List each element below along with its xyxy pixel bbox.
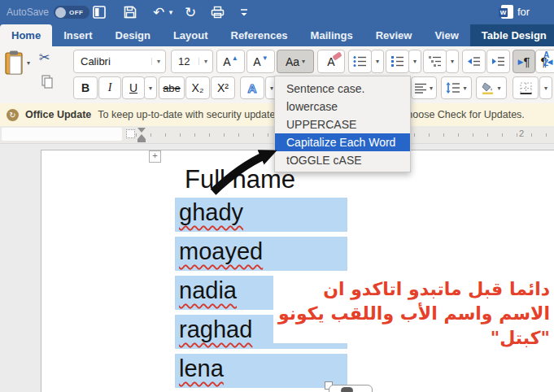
- font-size-select[interactable]: 12 ▾: [171, 50, 213, 73]
- tab-table-design[interactable]: Table Design: [470, 24, 554, 46]
- table-move-handle[interactable]: +: [149, 150, 161, 163]
- autosave-toggle[interactable]: OFF: [54, 6, 89, 19]
- font-name-select[interactable]: Calibri ▾: [73, 50, 166, 73]
- name-text[interactable]: nadia: [179, 277, 237, 304]
- borders-button[interactable]: [513, 76, 539, 99]
- borders-menu-icon[interactable]: ▾: [539, 76, 552, 99]
- line-spacing-button[interactable]: ▾: [441, 76, 472, 99]
- customize-toolbar-icon[interactable]: [234, 2, 254, 22]
- name-text[interactable]: ghady: [179, 199, 243, 226]
- strikethrough-button[interactable]: abe: [159, 76, 185, 99]
- name-text[interactable]: lena: [179, 355, 224, 382]
- italic-button[interactable]: I: [98, 76, 121, 99]
- font-size-value: 12: [172, 55, 198, 68]
- triangle-down-icon: ▼: [262, 54, 268, 62]
- numbered-list-button[interactable]: [386, 50, 409, 73]
- selected-name-row[interactable]: lena: [175, 354, 347, 388]
- tab-view[interactable]: View: [423, 24, 469, 46]
- chevron-down-icon: ▾: [302, 58, 305, 65]
- align-button[interactable]: ▾: [411, 76, 437, 99]
- title-bar: AutoSave OFF ↶ ▾ ↻ W for: [0, 0, 554, 24]
- superscript-button[interactable]: X²: [211, 76, 235, 99]
- font-name-value: Calibri: [74, 55, 151, 68]
- table-resize-grip-icon: [341, 387, 353, 392]
- undo-menu-icon[interactable]: ▾: [166, 2, 176, 22]
- tab-mailings[interactable]: Mailings: [299, 24, 364, 46]
- increase-indent-button[interactable]: [486, 50, 510, 73]
- bullet-list-menu-icon[interactable]: ▾: [371, 50, 384, 73]
- underline-menu-icon[interactable]: ▾: [144, 76, 157, 99]
- change-case-menu: Sentence case. lowercase UPPERCASE Capit…: [274, 76, 411, 172]
- menu-item-uppercase[interactable]: UPPERCASE: [275, 115, 410, 133]
- name-text[interactable]: raghad: [179, 316, 252, 343]
- grow-font-button[interactable]: A▲: [216, 50, 245, 73]
- redo-icon[interactable]: ↻: [181, 2, 200, 22]
- ribbon-tab-bar: Home Insert Design Layout References Mai…: [0, 24, 554, 46]
- numbered-list-menu-icon[interactable]: ▾: [408, 50, 421, 73]
- word-window: AutoSave OFF ↶ ▾ ↻ W for: [0, 0, 554, 392]
- save-icon[interactable]: [120, 2, 140, 22]
- menu-item-lowercase[interactable]: lowercase: [275, 98, 410, 115]
- ruler-margin-band: [2, 128, 122, 141]
- arabic-annotation: دائما قبل ماتبدو اتاكدو ان الاسم واسم ال…: [244, 277, 550, 351]
- triangle-up-icon: ▲: [232, 54, 238, 62]
- tab-layout[interactable]: Layout: [162, 24, 220, 46]
- bullet-list-button[interactable]: [348, 50, 372, 73]
- multilevel-list-menu-icon[interactable]: ▾: [446, 50, 459, 73]
- annotation-line: الاسم واسم الأب واللقب يكونو "كبتل": [244, 302, 550, 351]
- chevron-down-icon: ▾: [463, 85, 466, 92]
- tab-home[interactable]: Home: [0, 24, 52, 46]
- menu-item-capitalize-each-word[interactable]: Capitalize Each Word: [275, 133, 410, 151]
- tab-design[interactable]: Design: [104, 24, 162, 46]
- chevron-down-icon: ▾: [497, 85, 500, 92]
- selected-name-row[interactable]: moayed: [175, 237, 347, 271]
- tab-insert[interactable]: Insert: [52, 24, 103, 46]
- tab-review[interactable]: Review: [364, 24, 424, 46]
- chevron-down-icon: ▾: [198, 58, 212, 65]
- update-bar-title: Office Update: [25, 109, 91, 120]
- update-badge-icon: ↻: [7, 109, 19, 121]
- clear-formatting-button[interactable]: A: [317, 50, 345, 73]
- toggle-knob-icon: [55, 7, 66, 18]
- selected-name-row[interactable]: ghady: [175, 198, 347, 232]
- autosave-label: AutoSave: [7, 7, 49, 18]
- paste-menu-icon[interactable]: ▾: [27, 59, 30, 67]
- eraser-icon: [332, 51, 342, 60]
- paste-button[interactable]: [3, 50, 26, 77]
- decrease-indent-button[interactable]: [462, 50, 486, 73]
- annotation-line: دائما قبل ماتبدو اتاكدو ان: [244, 277, 550, 302]
- chevron-down-icon: ▾: [430, 85, 433, 92]
- play-right-icon: ▶: [518, 58, 524, 66]
- ruler-number: 2: [519, 128, 524, 138]
- multilevel-list-button[interactable]: [423, 50, 447, 73]
- new-document-icon[interactable]: [89, 2, 109, 22]
- underline-button[interactable]: U: [122, 76, 145, 99]
- word-app-icon: W: [501, 5, 513, 19]
- bold-button[interactable]: B: [73, 76, 98, 99]
- subscript-button[interactable]: X₂: [185, 76, 210, 99]
- document-title: W for: [501, 5, 530, 19]
- ltr-paragraph-button[interactable]: ▶¶: [513, 50, 535, 73]
- text-effects-button[interactable]: A: [240, 76, 264, 99]
- sort-button[interactable]: A Z: [543, 51, 554, 71]
- menu-item-sentence-case[interactable]: Sentence case.: [275, 80, 410, 98]
- name-text[interactable]: moayed: [179, 238, 263, 265]
- menu-item-toggle-case[interactable]: tOGGLE cASE: [275, 151, 410, 169]
- shading-button[interactable]: ▾: [476, 76, 507, 99]
- shrink-font-button[interactable]: A▼: [246, 50, 275, 73]
- chevron-down-icon: ▾: [151, 58, 165, 65]
- tab-references[interactable]: References: [220, 24, 299, 46]
- copy-icon[interactable]: [41, 74, 54, 89]
- indent-marker[interactable]: [137, 128, 146, 142]
- print-icon[interactable]: [207, 2, 227, 22]
- autosave-state: OFF: [69, 9, 84, 16]
- cut-icon[interactable]: ✂: [39, 50, 55, 66]
- change-case-button[interactable]: Aa▾: [277, 50, 314, 73]
- indent-marker-square[interactable]: [126, 129, 135, 138]
